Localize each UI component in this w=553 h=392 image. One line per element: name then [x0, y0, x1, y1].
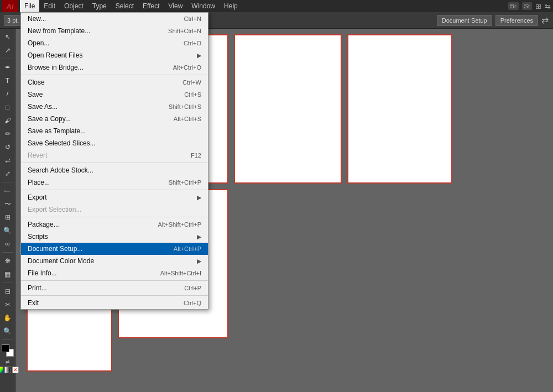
rotate-tool[interactable]: ↺ [2, 141, 14, 153]
stock-icon[interactable]: St [522, 2, 532, 10]
fill-stroke-toggle[interactable]: ⇌ [6, 359, 10, 364]
fg-bg-colors[interactable] [2, 344, 14, 357]
none-mode[interactable]: ✕ [12, 367, 19, 373]
menu-close-label: Close [28, 79, 45, 86]
shape-tool[interactable]: □ [2, 101, 14, 113]
menu-place-label: Place... [28, 179, 50, 186]
hand-tool[interactable]: ✋ [2, 312, 14, 324]
pen-tool[interactable]: ✒ [2, 61, 14, 74]
direct-selection-tool[interactable]: ↗ [2, 44, 14, 56]
menu-save-shortcut: Ctrl+S [184, 91, 201, 98]
menu-document-color-mode-label: Document Color Mode [28, 257, 94, 265]
menu-open-recent-arrow: ▶ [197, 52, 201, 59]
menu-print-label: Print... [28, 284, 47, 292]
menu-export-selection: Export Selection... [21, 203, 208, 216]
menu-save-copy[interactable]: Save a Copy... Alt+Ctrl+S [21, 113, 208, 125]
gradient-mode[interactable] [4, 367, 11, 373]
menu-type[interactable]: Type [88, 0, 111, 12]
menu-file-info-label: File Info... [28, 269, 57, 277]
menu-view[interactable]: View [164, 0, 187, 12]
menu-help[interactable]: Help [220, 0, 242, 12]
bridge-icon[interactable]: Br [508, 2, 519, 10]
scale-tool[interactable]: ⤢ [2, 168, 14, 180]
reflect-tool[interactable]: ⇌ [2, 154, 14, 166]
menu-save-as-shortcut: Shift+Ctrl+S [169, 103, 201, 110]
menu-file-info[interactable]: File Info... Alt+Shift+Ctrl+I [21, 267, 208, 279]
type-tool[interactable]: T [2, 75, 14, 87]
menu-open-recent[interactable]: Open Recent Files ▶ [21, 49, 208, 61]
blend-tool[interactable]: ∞ [2, 238, 14, 250]
menu-document-color-mode-arrow: ▶ [197, 258, 201, 265]
menu-save-as[interactable]: Save As... Shift+Ctrl+S [21, 101, 208, 113]
tool-divider-5 [2, 339, 13, 340]
menu-scripts-arrow: ▶ [197, 233, 201, 241]
eyedropper-tool[interactable]: 🔍 [2, 224, 14, 237]
menu-file[interactable]: File [20, 0, 39, 12]
menu-document-setup-shortcut: Alt+Ctrl+P [174, 245, 201, 252]
arrange-workspace-icon[interactable]: ⇄ [541, 15, 549, 25]
menu-save-template[interactable]: Save as Template... [21, 125, 208, 137]
width-tool[interactable]: ⟝ [2, 185, 14, 197]
menu-close-shortcut: Ctrl+W [182, 79, 201, 86]
menu-new[interactable]: New... Ctrl+N [21, 13, 208, 25]
separator-4 [21, 217, 208, 217]
menu-export[interactable]: Export ▶ [21, 191, 208, 203]
menu-browse-bridge-label: Browse in Bridge... [28, 64, 84, 71]
menu-package-label: Package... [28, 221, 59, 228]
menu-place[interactable]: Place... Shift+Ctrl+P [21, 176, 208, 189]
menu-document-setup[interactable]: Document Setup... Alt+Ctrl+P [21, 243, 208, 255]
arrange-icon[interactable]: ⇆ [545, 2, 551, 11]
menu-save[interactable]: Save Ctrl+S [21, 88, 208, 101]
menu-document-color-mode[interactable]: Document Color Mode ▶ [21, 255, 208, 267]
foreground-color[interactable] [2, 344, 9, 352]
menu-exit[interactable]: Exit Ctrl+Q [21, 297, 208, 309]
menu-browse-bridge[interactable]: Browse in Bridge... Alt+Ctrl+O [21, 61, 208, 74]
separator-1 [21, 75, 208, 75]
menu-file-info-shortcut: Alt+Shift+Ctrl+I [160, 270, 201, 276]
menu-browse-bridge-shortcut: Alt+Ctrl+O [173, 64, 201, 71]
menu-scripts-label: Scripts [28, 233, 48, 241]
menu-bar: Ai File Edit Object Type Select Effect V… [0, 0, 553, 12]
menu-select[interactable]: Select [111, 0, 138, 12]
tool-divider-2 [2, 182, 13, 182]
color-area [2, 344, 14, 357]
artboard-tool[interactable]: ⊟ [2, 285, 14, 297]
line-tool[interactable]: / [2, 88, 14, 100]
color-mode[interactable] [0, 367, 3, 373]
paintbrush-tool[interactable]: 🖌 [2, 114, 14, 127]
menu-search-stock[interactable]: Search Adobe Stock... [21, 164, 208, 176]
menu-new-from-template-label: New from Template... [28, 27, 90, 35]
menu-save-slices[interactable]: Save Selected Slices... [21, 137, 208, 149]
menu-open[interactable]: Open... Ctrl+O [21, 37, 208, 49]
document-setup-button[interactable]: Document Setup [437, 15, 492, 26]
menu-effect[interactable]: Effect [138, 0, 164, 12]
column-graph-tool[interactable]: ▦ [2, 268, 14, 280]
pencil-tool[interactable]: ✏ [2, 128, 14, 140]
menu-package[interactable]: Package... Alt+Shift+Ctrl+P [21, 218, 208, 231]
slice-tool[interactable]: ✂ [2, 299, 14, 311]
preferences-button[interactable]: Preferences [495, 15, 538, 26]
separator-6 [21, 295, 208, 296]
menu-open-shortcut: Ctrl+O [184, 40, 201, 46]
tool-divider-3 [2, 252, 13, 253]
free-transform-tool[interactable]: ⊞ [2, 211, 14, 223]
menu-new-from-template[interactable]: New from Template... Shift+Ctrl+N [21, 25, 208, 37]
menu-revert: Revert F12 [21, 149, 208, 161]
menu-package-shortcut: Alt+Shift+Ctrl+P [158, 221, 201, 228]
menu-print[interactable]: Print... Ctrl+P [21, 282, 208, 294]
menu-new-from-template-shortcut: Shift+Ctrl+N [168, 28, 201, 34]
menu-window[interactable]: Window [187, 0, 220, 12]
menu-object[interactable]: Object [60, 0, 88, 12]
menu-close[interactable]: Close Ctrl+W [21, 76, 208, 88]
menu-scripts[interactable]: Scripts ▶ [21, 231, 208, 243]
warp-tool[interactable]: 〜 [2, 198, 14, 210]
menu-exit-shortcut: Ctrl+Q [184, 300, 201, 306]
workspace-icon[interactable]: ⊞ [535, 2, 541, 11]
zoom-tool[interactable]: 🔍 [2, 325, 14, 337]
separator-5 [21, 280, 208, 281]
symbol-sprayer-tool[interactable]: ❋ [2, 255, 14, 267]
tool-divider-1 [2, 59, 13, 59]
menu-edit[interactable]: Edit [39, 0, 60, 12]
selection-tool[interactable]: ↖ [2, 31, 14, 43]
menu-revert-label: Revert [28, 151, 47, 159]
